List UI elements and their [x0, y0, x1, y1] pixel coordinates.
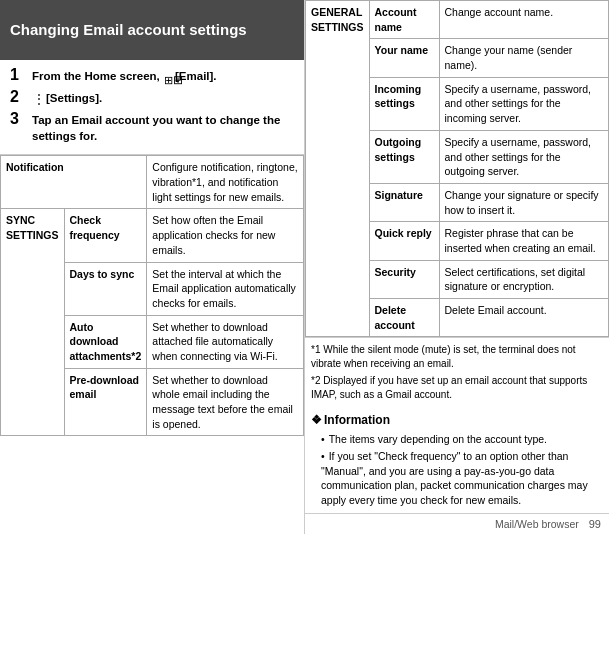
page-number: 99: [589, 518, 601, 530]
right-column: GENERAL SETTINGS Account name Change acc…: [305, 0, 609, 534]
step-3-number: 3: [10, 110, 28, 128]
delete-account-label: Delete account: [369, 299, 439, 337]
steps-section: 1 From the Home screen, ⊞[Email]. 2 ⋮[Se…: [0, 60, 304, 155]
step-1: 1 From the Home screen, ⊞[Email].: [10, 66, 294, 84]
account-name-label: Account name: [369, 1, 439, 39]
page-title: Changing Email account settings: [0, 0, 304, 60]
left-settings-table: Notification Configure notification, rin…: [0, 155, 304, 436]
days-sync-label: Days to sync: [64, 262, 147, 315]
bottom-bar-label: Mail/Web browser: [495, 518, 579, 530]
signature-desc: Change your signature or specify how to …: [439, 183, 608, 221]
your-name-label: Your name: [369, 39, 439, 77]
check-freq-desc: Set how often the Email application chec…: [147, 209, 304, 262]
notification-desc: Configure notification, ringtone, vibrat…: [147, 156, 304, 209]
security-desc: Select certifications, set digital signa…: [439, 260, 608, 298]
bottom-bar: Mail/Web browser 99: [305, 513, 609, 534]
quick-reply-desc: Register phrase that can be inserted whe…: [439, 222, 608, 260]
incoming-settings-desc: Specify a username, password, and other …: [439, 77, 608, 130]
sync-settings-header: SYNC SETTINGS: [1, 209, 65, 436]
general-settings-header: GENERAL SETTINGS: [306, 1, 370, 337]
step-3-text: Tap an Email account you want to change …: [32, 112, 294, 144]
dots-icon: ⋮: [33, 93, 45, 105]
outgoing-settings-desc: Specify a username, password, and other …: [439, 130, 608, 183]
step-2-text: ⋮[Settings].: [32, 90, 102, 106]
info-bullet-1: The items vary depending on the account …: [311, 432, 603, 447]
step-1-text: From the Home screen, ⊞[Email].: [32, 68, 217, 84]
outgoing-settings-label: Outgoing settings: [369, 130, 439, 183]
footnotes: *1 While the silent mode (mute) is set, …: [305, 337, 609, 407]
info-bullet-2: If you set "Check frequency" to an optio…: [311, 449, 603, 508]
signature-label: Signature: [369, 183, 439, 221]
footnote-2: *2 Displayed if you have set up an email…: [311, 374, 603, 402]
incoming-settings-label: Incoming settings: [369, 77, 439, 130]
table-row: Notification Configure notification, rin…: [1, 156, 304, 209]
days-sync-desc: Set the interval at which the Email appl…: [147, 262, 304, 315]
auto-download-label: Auto download attachments*2: [64, 315, 147, 368]
your-name-desc: Change your name (sender name).: [439, 39, 608, 77]
left-column: Changing Email account settings 1 From t…: [0, 0, 305, 534]
right-settings-table: GENERAL SETTINGS Account name Change acc…: [305, 0, 609, 337]
step-2: 2 ⋮[Settings].: [10, 88, 294, 106]
security-label: Security: [369, 260, 439, 298]
grid-icon: ⊞: [164, 72, 174, 82]
pre-download-label: Pre-download email: [64, 368, 147, 436]
footnote-1: *1 While the silent mode (mute) is set, …: [311, 343, 603, 371]
notification-header: Notification: [1, 156, 147, 209]
auto-download-desc: Set whether to download attached file au…: [147, 315, 304, 368]
table-row: SYNC SETTINGS Check frequency Set how of…: [1, 209, 304, 262]
quick-reply-label: Quick reply: [369, 222, 439, 260]
table-row: GENERAL SETTINGS Account name Change acc…: [306, 1, 609, 39]
account-name-desc: Change account name.: [439, 1, 608, 39]
header-title: Changing Email account settings: [10, 20, 247, 40]
pre-download-desc: Set whether to download whole email incl…: [147, 368, 304, 436]
step-2-number: 2: [10, 88, 28, 106]
step-3: 3 Tap an Email account you want to chang…: [10, 110, 294, 144]
info-title: Information: [311, 412, 603, 429]
check-freq-label: Check frequency: [64, 209, 147, 262]
step-1-number: 1: [10, 66, 28, 84]
page: Changing Email account settings 1 From t…: [0, 0, 609, 534]
info-section: Information The items vary depending on …: [305, 407, 609, 512]
delete-account-desc: Delete Email account.: [439, 299, 608, 337]
